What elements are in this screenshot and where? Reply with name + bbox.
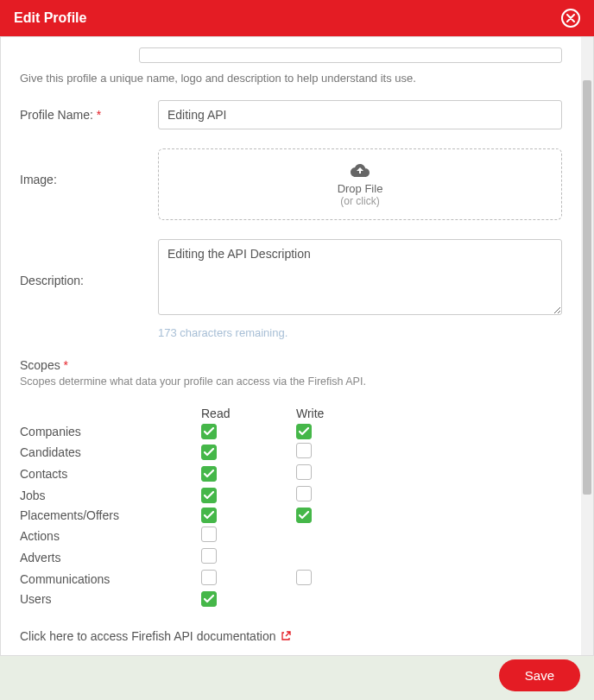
scope-name: Jobs	[20, 484, 201, 506]
scope-row: Jobs	[20, 484, 365, 506]
label-description: Description:	[20, 239, 158, 287]
label-image: Image:	[20, 148, 158, 186]
scope-name: Companies	[20, 422, 201, 441]
scope-write-checkbox[interactable]	[296, 508, 312, 523]
scope-name: Candidates	[20, 441, 201, 463]
scope-name: Users	[20, 590, 201, 609]
save-button[interactable]: Save	[499, 659, 580, 691]
intro-text: Give this profile a unique name, logo an…	[20, 72, 562, 85]
label-scopes: Scopes *	[20, 358, 562, 372]
modal-title: Edit Profile	[14, 10, 86, 26]
scope-read-checkbox[interactable]	[201, 466, 217, 482]
scope-write-checkbox[interactable]	[296, 464, 312, 480]
scope-write-checkbox[interactable]	[296, 443, 312, 458]
scope-row: Adverts	[20, 546, 365, 568]
scope-read-checkbox[interactable]	[201, 570, 217, 585]
scope-name: Placements/Offers	[20, 506, 201, 525]
row-image: Image: Drop File (or click)	[20, 148, 562, 220]
modal-body: Give this profile a unique name, logo an…	[1, 37, 581, 655]
scope-name: Actions	[20, 525, 201, 546]
col-write: Write	[296, 405, 365, 422]
modal-body-wrap: Give this profile a unique name, logo an…	[0, 36, 594, 656]
cloud-upload-icon	[351, 163, 370, 179]
documentation-link[interactable]: Click here to access Firefish API docume…	[20, 629, 562, 643]
scope-name: Communications	[20, 568, 201, 590]
scope-read-checkbox[interactable]	[201, 424, 217, 439]
description-input[interactable]	[158, 239, 562, 315]
scope-row: Users	[20, 590, 365, 609]
profile-name-input[interactable]	[158, 100, 562, 129]
scope-write-checkbox[interactable]	[296, 570, 312, 585]
scope-write-checkbox[interactable]	[296, 486, 312, 501]
image-dropzone[interactable]: Drop File (or click)	[158, 148, 562, 220]
scope-row: Communications	[20, 568, 365, 590]
close-icon	[566, 14, 575, 22]
scope-row: Contacts	[20, 463, 365, 484]
dropzone-line1: Drop File	[167, 182, 553, 195]
scope-read-checkbox[interactable]	[201, 548, 217, 564]
chars-remaining: 173 characters remaining.	[158, 326, 562, 339]
external-link-icon	[281, 631, 291, 641]
row-profile-name: Profile Name: *	[20, 100, 562, 129]
scope-row: Candidates	[20, 441, 365, 463]
scope-name: Adverts	[20, 546, 201, 568]
truncated-field[interactable]	[139, 47, 562, 63]
documentation-link-text: Click here to access Firefish API docume…	[20, 629, 275, 643]
scope-name: Contacts	[20, 463, 201, 484]
col-read: Read	[201, 405, 296, 422]
modal-header: Edit Profile	[0, 0, 594, 36]
scope-read-checkbox[interactable]	[201, 508, 217, 523]
label-profile-name-text: Profile Name:	[20, 108, 93, 122]
scopes-table: Read Write CompaniesCandidatesContactsJo…	[20, 405, 365, 609]
scopes-helper: Scopes determine what data your profile …	[20, 375, 562, 388]
scope-read-checkbox[interactable]	[201, 527, 217, 542]
scope-row: Placements/Offers	[20, 506, 365, 525]
scope-read-checkbox[interactable]	[201, 488, 217, 503]
modal-footer: Save	[0, 651, 594, 700]
close-button[interactable]	[561, 9, 580, 28]
label-scopes-text: Scopes	[20, 358, 60, 372]
scrollbar-thumb[interactable]	[583, 80, 591, 495]
label-profile-name: Profile Name: *	[20, 108, 158, 122]
scrollbar[interactable]	[581, 37, 593, 655]
scope-row: Actions	[20, 525, 365, 546]
scope-read-checkbox[interactable]	[201, 445, 217, 460]
scope-write-checkbox[interactable]	[296, 424, 312, 439]
scope-row: Companies	[20, 422, 365, 441]
required-marker: *	[97, 108, 101, 122]
scope-read-checkbox[interactable]	[201, 591, 217, 607]
dropzone-line2: (or click)	[167, 195, 553, 207]
row-description: Description: 173 characters remaining.	[20, 239, 562, 339]
required-marker: *	[64, 358, 68, 372]
